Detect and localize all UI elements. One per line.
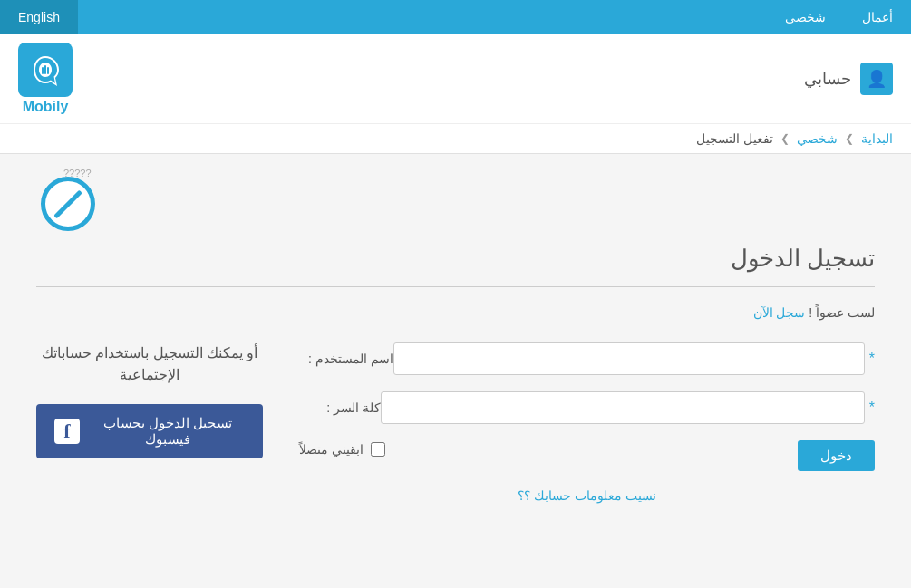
remember-me-label: ابقيني متصلاً — [299, 442, 363, 457]
icon-label-text: ????? — [63, 168, 92, 178]
username-input[interactable] — [393, 342, 865, 375]
divider — [36, 286, 875, 287]
register-now-link[interactable]: سجل الآن — [753, 305, 806, 320]
password-row: * كلة السر : — [299, 391, 875, 424]
not-member-text: لست عضواً ! — [809, 305, 875, 320]
password-input[interactable] — [381, 391, 865, 424]
username-required-star: * — [869, 351, 875, 367]
breadcrumb: البداية ❯ شخصي ❯ تفعيل التسجيل — [0, 124, 911, 154]
english-language-button[interactable]: English — [0, 0, 79, 34]
forgot-password-link[interactable]: نسيت معلومات حسابك ؟؟ — [518, 488, 656, 503]
remember-me-checkbox[interactable] — [371, 442, 385, 457]
blocked-circle — [41, 177, 95, 231]
header: 👤 حسابي Mobily — [0, 34, 911, 124]
breadcrumb-current: تفعيل التسجيل — [696, 131, 773, 146]
username-label: اسم المستخدم : — [308, 352, 393, 366]
facebook-button-label: تسجيل الدخول بحساب فيسبوك — [91, 415, 245, 448]
main-content: ????? تسجيل الدخول لست عضواً ! سجل الآن … — [0, 154, 911, 522]
social-text: أو يمكنك التسجيل باستخدام حساباتك الإجتم… — [36, 342, 263, 386]
facebook-login-button[interactable]: تسجيل الدخول بحساب فيسبوك f — [36, 404, 263, 458]
password-required-star: * — [869, 400, 875, 416]
mobily-logo: Mobily — [18, 43, 73, 115]
top-navigation: English أعمال شخصي — [0, 0, 911, 34]
login-button[interactable]: دخول — [798, 440, 875, 471]
page-title: تسجيل الدخول — [36, 245, 875, 273]
breadcrumb-sep-2: ❯ — [780, 132, 790, 145]
not-member-row: لست عضواً ! سجل الآن — [36, 305, 875, 320]
breadcrumb-home[interactable]: البداية — [861, 131, 893, 146]
breadcrumb-sep-1: ❯ — [845, 132, 854, 145]
my-account-label: حسابي — [804, 69, 851, 89]
mobily-logo-icon — [18, 43, 73, 97]
username-row: * اسم المستخدم : — [299, 342, 875, 375]
login-form: * اسم المستخدم : * كلة السر : دخول ابقين… — [299, 342, 875, 504]
facebook-icon: f — [54, 419, 80, 444]
blocked-icon-area: ????? — [36, 172, 875, 236]
business-nav-link[interactable]: أعمال — [844, 0, 911, 34]
social-section: أو يمكنك التسجيل باستخدام حساباتك الإجتم… — [36, 342, 263, 458]
breadcrumb-personal[interactable]: شخصي — [797, 131, 838, 146]
blocked-line — [53, 189, 82, 218]
form-section: * اسم المستخدم : * كلة السر : دخول ابقين… — [36, 342, 875, 504]
mobily-logo-text: Mobily — [23, 99, 69, 115]
forgot-password-row: نسيت معلومات حسابك ؟؟ — [299, 487, 875, 504]
my-account-section: 👤 حسابي — [804, 63, 893, 95]
user-avatar-icon: 👤 — [860, 63, 893, 95]
remember-me-row: ابقيني متصلاً — [299, 442, 385, 457]
personal-nav-link[interactable]: شخصي — [767, 0, 844, 34]
actions-row: دخول ابقيني متصلاً — [299, 440, 875, 471]
password-label: كلة السر : — [308, 400, 381, 415]
blocked-icon: ????? — [36, 172, 100, 236]
